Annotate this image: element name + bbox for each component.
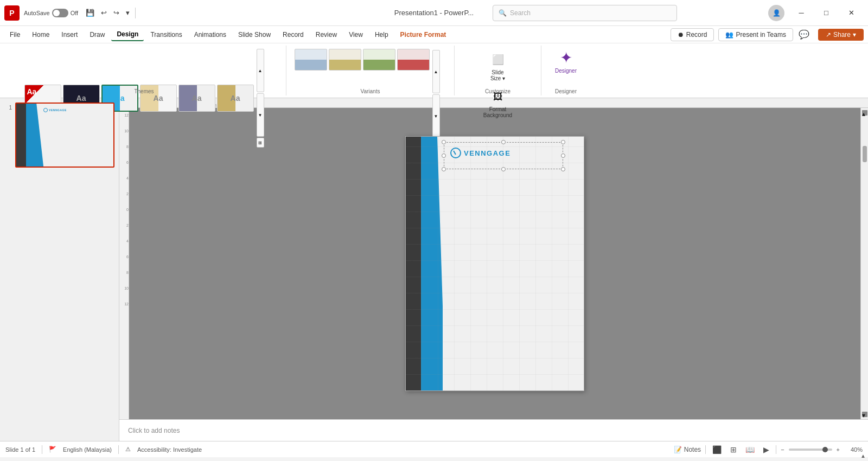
record-button[interactable]: ⏺ Record [671, 28, 714, 41]
slide-size-button[interactable]: ⬜ SlideSize ▾ [479, 49, 517, 84]
ribbon-collapse-button[interactable]: ▲ [860, 453, 866, 459]
autosave-label: AutoSave [24, 10, 50, 16]
autosave-toggle[interactable] [52, 9, 68, 17]
slide-canvas-area[interactable]: VENNGAGE [129, 108, 860, 419]
autosave-area: AutoSave Off [24, 9, 78, 17]
canvas-and-ruler: 12 10 8 6 4 2 0 2 4 6 8 10 12 [119, 108, 868, 419]
slide-size-label: SlideSize ▾ [490, 69, 505, 81]
share-button[interactable]: ↗ Share ▾ [818, 29, 864, 41]
profile-avatar[interactable]: 👤 [768, 5, 784, 21]
status-bar: Slide 1 of 1 🚩 English (Malaysia) ⚠ Acce… [0, 441, 868, 457]
search-box[interactable]: 🔍 Search [493, 5, 677, 21]
document-title: Presentation1 - PowerP... [394, 9, 474, 17]
variant-1[interactable] [295, 49, 327, 71]
customize-qat-button[interactable]: ▾ [123, 7, 133, 19]
save-button[interactable]: 💾 [82, 7, 98, 19]
format-bg-label: FormatBackground [483, 106, 512, 118]
language-info: English (Malaysia) [63, 446, 112, 453]
slide-canvas: VENNGAGE [405, 136, 584, 391]
menu-draw[interactable]: Draw [84, 29, 110, 41]
comments-button[interactable]: 💬 [794, 27, 814, 42]
themes-label: Themes [134, 88, 154, 94]
menu-file[interactable]: File [4, 29, 25, 41]
scroll-thumb[interactable] [863, 146, 867, 162]
scroll-track [863, 117, 867, 411]
normal-view-button[interactable]: ⬛ [710, 444, 724, 455]
theme-6[interactable]: Aa [217, 85, 254, 112]
status-sep-2 [118, 445, 119, 454]
present-teams-button[interactable]: 👥 Present in Teams [718, 28, 793, 41]
slide-thumbnail-1[interactable]: VENNGAGE [15, 103, 114, 168]
menu-view[interactable]: View [343, 29, 368, 41]
menu-slideshow[interactable]: Slide Show [233, 29, 276, 41]
zoom-thumb [822, 447, 828, 452]
designer-label: Designer [555, 68, 577, 74]
themes-scroll-up[interactable]: ▲ [257, 49, 264, 92]
menu-home[interactable]: Home [27, 29, 55, 41]
share-dropdown-icon: ▾ [853, 31, 856, 39]
variants-group: ▲ ▼ ⊞ Variants [286, 46, 455, 95]
menu-animations[interactable]: Animations [189, 29, 232, 41]
menu-review[interactable]: Review [310, 29, 342, 41]
share-icon: ↗ [826, 31, 831, 39]
app-icon: P [4, 5, 20, 21]
separator [135, 8, 136, 18]
zoom-level: 40% [844, 446, 863, 453]
notes-placeholder: Click to add notes [128, 427, 180, 434]
slide-sorter-button[interactable]: ⊞ [728, 444, 739, 455]
redo-button[interactable]: ↪ [110, 7, 123, 19]
accessibility-flag-icon: 🚩 [49, 446, 56, 453]
close-button[interactable]: ✕ [839, 4, 864, 22]
menu-design[interactable]: Design [111, 28, 144, 41]
customize-label: Customize [485, 88, 510, 94]
variant-4[interactable] [397, 49, 430, 71]
variants-label: Variants [361, 88, 380, 94]
themes-scroll-down[interactable]: ▼ [257, 93, 264, 137]
themes-expand[interactable]: ⊞ [257, 138, 264, 148]
autosave-state: Off [71, 10, 78, 16]
designer-button[interactable]: ✦ Designer [555, 46, 577, 74]
canvas-container: 8 6 4 2 0 2 4 6 8 12 10 8 6 4 2 0 2 [119, 98, 868, 441]
menu-picture-format[interactable]: Picture Format [395, 29, 452, 41]
variant-2[interactable] [329, 49, 361, 71]
warning-icon: ⚠ [125, 446, 131, 453]
variant-3[interactable] [363, 49, 395, 71]
right-scrollbar[interactable]: ▴ ▾ [860, 108, 868, 419]
slideshow-view-button[interactable]: ▶ [761, 444, 771, 455]
minimize-button[interactable]: ─ [789, 4, 814, 22]
undo-button[interactable]: ↩ [98, 7, 110, 19]
main-area: 1 VENNGAGE 8 6 4 2 0 2 [0, 98, 868, 441]
status-sep-3 [705, 445, 706, 454]
vertical-ruler: 12 10 8 6 4 2 0 2 4 6 8 10 12 [119, 108, 129, 419]
variants-grid: ▲ ▼ ⊞ [295, 46, 446, 149]
window-controls: ─ □ ✕ [789, 4, 864, 22]
zoom-in-icon[interactable]: + [837, 446, 840, 453]
variants-scroll-down[interactable]: ▼ [432, 94, 440, 138]
notes-button[interactable]: 📝 Notes [674, 446, 701, 453]
reading-view-button[interactable]: 📖 [743, 444, 757, 455]
scroll-up-arrow[interactable]: ▴ [862, 110, 867, 116]
designer-icon: ✦ [560, 49, 572, 67]
title-bar: P AutoSave Off 💾 ↩ ↪ ▾ Presentation1 - P… [0, 0, 868, 26]
slide-info: Slide 1 of 1 [5, 446, 35, 453]
zoom-slider[interactable] [789, 449, 832, 451]
slide-number-1: 1 [4, 103, 12, 111]
slide-item-1[interactable]: 1 VENNGAGE [4, 103, 114, 168]
themes-group: Aa Aa Aa Aa Aa Aa ▲ ▼ [4, 46, 286, 95]
variants-scroll-up[interactable]: ▲ [432, 50, 440, 93]
status-sep-1 [42, 445, 42, 454]
menu-transitions[interactable]: Transitions [145, 29, 187, 41]
menu-insert[interactable]: Insert [56, 29, 83, 41]
notes-icon: 📝 [674, 446, 682, 453]
zoom-out-icon[interactable]: − [781, 446, 784, 453]
notes-area[interactable]: Click to add notes [119, 419, 868, 441]
status-sep-4 [776, 445, 776, 454]
slide-size-icon: ⬜ [489, 51, 507, 68]
grid-overlay [406, 137, 584, 390]
menu-record[interactable]: Record [277, 29, 309, 41]
theme-5[interactable]: Aa [178, 85, 215, 112]
menu-help[interactable]: Help [369, 29, 394, 41]
designer-group-label: Designer [555, 88, 577, 94]
maximize-button[interactable]: □ [814, 4, 839, 22]
scroll-down-arrow[interactable]: ▾ [862, 412, 867, 417]
